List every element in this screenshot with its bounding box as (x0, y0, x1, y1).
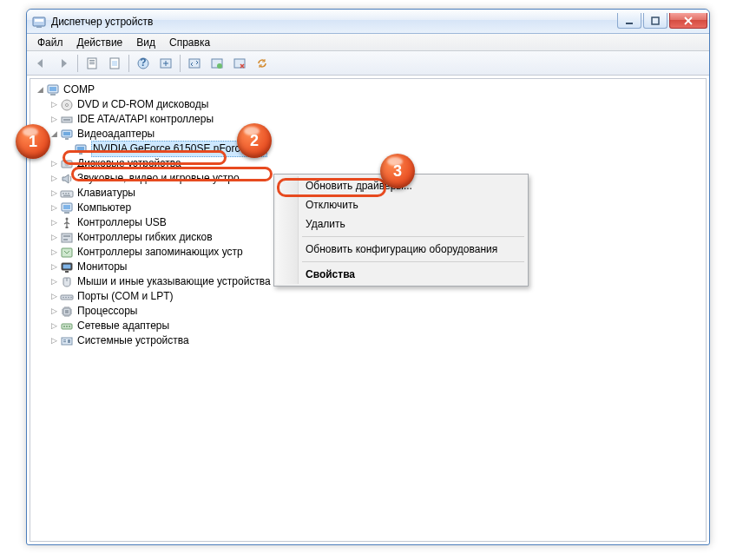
tree-item-label: DVD и CD-ROM дисководы (77, 97, 208, 112)
expand-icon[interactable]: ▷ (48, 261, 60, 273)
context-menu-item[interactable]: Удалить (276, 214, 526, 234)
menu-action[interactable]: Действие (70, 35, 130, 50)
close-button[interactable] (669, 13, 707, 29)
context-menu: Обновить драйверы...ОтключитьУдалитьОбно… (273, 174, 529, 287)
annotation-marker-3: 3 (380, 154, 415, 188)
toolbar-sep (128, 55, 129, 72)
expand-icon[interactable]: ▷ (48, 173, 60, 185)
device-tree[interactable]: ◢COMP▷DVD и CD-ROM дисководы▷IDE ATA/ATA… (30, 78, 707, 542)
expand-icon[interactable]: ▷ (48, 232, 60, 244)
keyboard-icon (60, 187, 74, 201)
cpu-icon (60, 305, 74, 319)
toolbar-scan-button[interactable] (155, 53, 176, 74)
tree-item-label: Звуковые, видео и игровые устро (77, 171, 240, 186)
expand-icon[interactable]: ▷ (48, 158, 60, 170)
tree-item-label: Дисковые устройства (77, 156, 181, 171)
device-category[interactable]: ▷IDE ATA/ATAPI контроллеры (48, 112, 706, 127)
computer-icon (46, 83, 60, 97)
root-computer-node[interactable]: ◢COMP (34, 82, 706, 97)
display-icon (74, 142, 88, 156)
mouse-icon (60, 275, 74, 289)
expand-icon[interactable]: ▷ (48, 291, 60, 303)
expand-icon[interactable]: ▷ (48, 335, 60, 347)
toolbar-sep (180, 55, 181, 72)
annotation-marker-1: 1 (16, 124, 50, 159)
toolbar-uninstall-button[interactable] (229, 53, 250, 74)
context-menu-separator (302, 261, 524, 262)
tree-item-label: COMP (63, 82, 95, 97)
tree-item-label: Клавиатуры (77, 186, 135, 201)
toolbar-back-button[interactable] (30, 53, 51, 74)
expand-icon[interactable]: ▷ (48, 114, 60, 126)
tree-item-label: Контроллеры запоминающих устр (77, 245, 243, 260)
titlebar[interactable]: Диспетчер устройств (27, 10, 709, 34)
expand-icon[interactable]: ▷ (48, 306, 60, 318)
app-icon (32, 15, 46, 29)
window-title: Диспетчер устройств (51, 16, 153, 28)
tree-item-label: Мониторы (77, 260, 127, 274)
maximize-button[interactable] (643, 13, 667, 29)
device-category[interactable]: ▷DVD и CD-ROM дисководы (48, 97, 706, 112)
context-menu-item[interactable]: Отключить (276, 195, 526, 214)
window-controls (617, 14, 709, 29)
net-icon (60, 320, 74, 333)
expand-icon[interactable]: ▷ (48, 320, 60, 333)
tree-item-label: Системные устройства (77, 333, 189, 348)
ide-icon (60, 113, 74, 127)
toolbar-enable-button[interactable] (207, 53, 227, 74)
context-menu-item[interactable]: Обновить конфигурацию оборудования (276, 240, 526, 259)
minimize-button[interactable] (617, 13, 641, 29)
floppy-ctrl-icon (60, 231, 74, 245)
display-icon (60, 128, 74, 142)
device-item[interactable]: NVIDIA GeForce 6150SE nForce 430 (62, 142, 706, 156)
collapse-icon[interactable]: ◢ (34, 84, 46, 96)
device-category[interactable]: ◢Видеоадаптеры (48, 127, 706, 142)
toolbar-update-driver-button[interactable] (184, 53, 205, 74)
expand-icon[interactable]: ▷ (48, 202, 60, 214)
toolbar-show-hidden-button[interactable] (82, 53, 102, 74)
device-category[interactable]: ▷Дисковые устройства (48, 156, 706, 171)
menu-help[interactable]: Справка (162, 35, 217, 50)
tree-item-label: Процессоры (77, 304, 138, 319)
computer-icon (60, 201, 74, 215)
annotation-marker-2: 2 (237, 123, 272, 158)
tree-item-label: Порты (COM и LPT) (77, 289, 174, 304)
toolbar-forward-button[interactable] (53, 53, 74, 74)
usb-icon (60, 216, 74, 230)
audio-icon (60, 172, 74, 186)
expand-icon[interactable]: ▷ (48, 99, 60, 111)
device-category[interactable]: ▷Сетевые адаптеры (48, 319, 706, 333)
disc-icon (60, 98, 74, 112)
tree-item-label: Сетевые адаптеры (77, 319, 169, 333)
expand-icon[interactable]: ▷ (48, 276, 60, 288)
tree-item-label: Контроллеры гибких дисков (77, 230, 213, 245)
expand-icon[interactable]: ▷ (48, 247, 60, 259)
device-category[interactable]: ▷Процессоры (48, 304, 706, 319)
monitor-icon (60, 260, 74, 274)
hdd-icon (60, 157, 74, 171)
tree-item-label: Видеоадаптеры (77, 127, 155, 142)
toolbar (27, 51, 709, 76)
expand-icon[interactable]: ▷ (48, 217, 60, 229)
menu-bar: Файл Действие Вид Справка (27, 34, 709, 51)
tree-item-label: IDE ATA/ATAPI контроллеры (77, 112, 214, 127)
toolbar-refresh-button[interactable] (252, 53, 273, 74)
svg-rect-58 (626, 23, 633, 24)
context-menu-separator (302, 236, 524, 237)
menu-file[interactable]: Файл (30, 35, 70, 50)
context-menu-item[interactable]: Свойства (276, 265, 526, 284)
tree-item-label: Мыши и иные указывающие устройства (77, 274, 271, 289)
toolbar-sep (77, 55, 78, 72)
svg-rect-59 (652, 17, 659, 24)
device-category[interactable]: ▷Системные устройства (48, 333, 706, 348)
tree-item-label: Компьютер (77, 201, 131, 215)
device-category[interactable]: ▷Порты (COM и LPT) (48, 289, 706, 304)
toolbar-help-button[interactable] (133, 53, 154, 74)
tree-item-label: Контроллеры USB (77, 215, 167, 230)
system-icon (60, 334, 74, 348)
port-icon (60, 290, 74, 304)
expand-icon[interactable]: ▷ (48, 188, 60, 200)
storage-icon (60, 246, 74, 260)
toolbar-properties-button[interactable] (104, 53, 125, 74)
menu-view[interactable]: Вид (129, 35, 162, 50)
